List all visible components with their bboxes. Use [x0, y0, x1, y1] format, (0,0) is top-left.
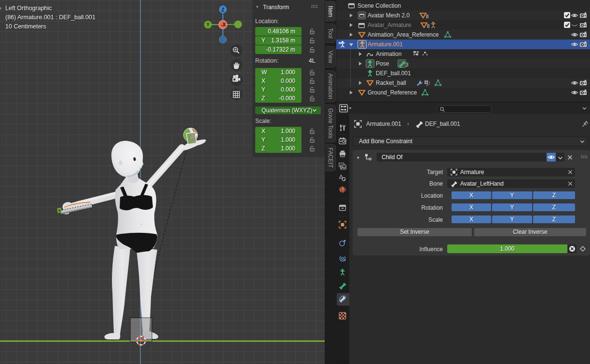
- svg-text:-X: -X: [221, 22, 226, 27]
- svg-text:Y: Y: [206, 22, 210, 27]
- svg-text:Z: Z: [221, 7, 224, 13]
